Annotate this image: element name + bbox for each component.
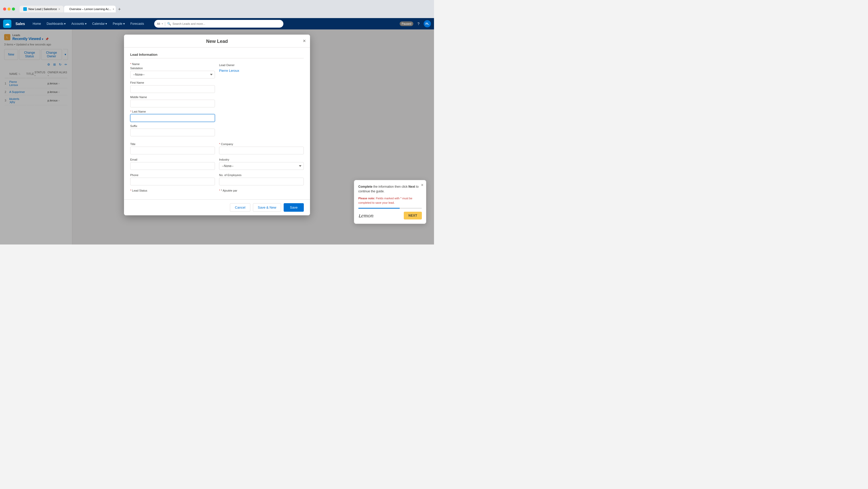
guide-popup: × Complete the information then click Ne… (354, 180, 426, 224)
industry-select[interactable]: --None-- (219, 162, 304, 170)
chevron-down-icon: ▾ (85, 22, 87, 26)
company-field: Company (219, 142, 304, 154)
tab-lemon-learning[interactable]: Overview – Lemon Learning Ac... × (64, 6, 116, 12)
modal-footer: Cancel Save & New Save (124, 199, 310, 215)
title-label: Title (130, 142, 215, 145)
industry-label: Industry (219, 158, 304, 161)
search-input[interactable] (173, 22, 281, 25)
name-field-label: Name (130, 63, 215, 66)
lead-status-label: Lead Status (130, 189, 215, 192)
guide-progress-fill (358, 208, 400, 208)
last-name-label: Last Name (130, 110, 215, 113)
title-company-row: Title Company (130, 142, 304, 154)
middle-name-label: Middle Name (130, 96, 215, 99)
guide-popup-close-button[interactable]: × (421, 183, 424, 188)
tab-label: Overview – Lemon Learning Ac... (69, 7, 111, 10)
first-name-field: First Name (130, 81, 215, 93)
first-name-label: First Name (130, 81, 215, 84)
nav-items: Home Dashboards ▾ Accounts ▾ Calendar ▾ … (30, 21, 147, 27)
new-tab-button[interactable]: + (116, 6, 122, 12)
user-avatar[interactable]: PL (424, 20, 431, 27)
modal-close-button[interactable]: × (303, 38, 306, 43)
salesforce-logo: ☁ (3, 20, 11, 28)
employees-label: No. of Employees (219, 173, 304, 176)
lemon-logo: ʟemon (358, 212, 374, 219)
window-controls (3, 7, 15, 10)
scope-chevron-icon: ▾ (162, 23, 163, 25)
global-search: All ▾ | 🔍 (154, 20, 392, 28)
save-button[interactable]: Save (284, 203, 304, 212)
save-and-new-button[interactable]: Save & New (253, 203, 281, 212)
lead-owner-section: Lead Owner Pierre Leroux (219, 63, 304, 139)
nav-calendar[interactable]: Calendar ▾ (90, 21, 110, 27)
search-icon: 🔍 (167, 22, 171, 26)
employees-input[interactable] (219, 177, 304, 185)
search-scope-label[interactable]: All (157, 22, 160, 25)
search-bar: All ▾ | 🔍 (154, 20, 283, 28)
chevron-down-icon: ▾ (123, 22, 125, 26)
form-section-title: Lead Information (130, 53, 304, 58)
suffix-input[interactable] (130, 129, 215, 136)
salutation-label: Salutation (130, 67, 215, 70)
ajoutee-par-field: * Ajoutée par (219, 189, 304, 193)
nav-home[interactable]: Home (30, 21, 44, 27)
guide-note: Please note: Fields marked with * must b… (358, 196, 422, 205)
app-name: Sales (16, 22, 25, 26)
top-navigation: ☁ Sales Home Dashboards ▾ Accounts ▾ Cal… (0, 18, 434, 29)
salesforce-app: ☁ Sales Home Dashboards ▾ Accounts ▾ Cal… (0, 18, 434, 244)
email-label: Email (130, 158, 215, 161)
nav-dashboards[interactable]: Dashboards ▾ (44, 21, 68, 27)
status-ajoutee-row: Lead Status * Ajoutée par (130, 189, 304, 193)
maximize-window-dot[interactable] (12, 7, 15, 10)
salutation-field: Salutation --None-- Mr. Ms. Mrs. Dr. Pro… (130, 67, 215, 78)
salesforce-favicon-icon (23, 7, 27, 11)
modal-title: New Lead (206, 39, 228, 44)
minimize-window-dot[interactable] (7, 7, 10, 10)
email-field: Email (130, 158, 215, 170)
ajoutee-par-label: * Ajoutée par (219, 189, 304, 192)
tab-new-lead[interactable]: New Lead | Salesforce × (20, 6, 64, 12)
main-area: L Leads Recently Viewed ▾ 📌 3 items • Up… (0, 29, 434, 244)
cancel-button[interactable]: Cancel (230, 203, 250, 212)
phone-employees-row: Phone No. of Employees (130, 173, 304, 185)
last-name-field: Last Name (130, 110, 215, 122)
guide-progress-bar-container (358, 208, 422, 208)
company-input[interactable] (219, 146, 304, 154)
lead-owner-label: Lead Owner (219, 64, 304, 67)
email-industry-row: Email Industry --None-- (130, 158, 304, 170)
lead-status-field: Lead Status (130, 189, 215, 193)
nav-people[interactable]: People ▾ (110, 21, 127, 27)
divider: | (164, 22, 165, 26)
suffix-field: Suffix (130, 125, 215, 136)
employees-field: No. of Employees (219, 173, 304, 185)
guide-instruction: Complete the information then click Next… (358, 184, 422, 194)
industry-field: Industry --None-- (219, 158, 304, 170)
modal-body: Lead Information Name Salutation --None-… (124, 47, 310, 199)
suffix-label: Suffix (130, 125, 215, 128)
nav-accounts[interactable]: Accounts ▾ (69, 21, 89, 27)
guide-next-reference: Next (408, 185, 415, 189)
paused-badge[interactable]: Paused (400, 22, 413, 26)
guide-footer: ʟemon NEXT (358, 212, 422, 220)
tab-close-icon[interactable]: × (58, 8, 60, 10)
modal-header: New Lead × (124, 35, 310, 47)
new-lead-modal: New Lead × Lead Information Name Salutat… (124, 35, 310, 215)
company-label: Company (219, 142, 304, 145)
help-icon[interactable]: ? (415, 20, 422, 27)
email-input[interactable] (130, 162, 215, 170)
tab-close-icon[interactable]: × (113, 8, 114, 10)
title-field: Title (130, 142, 215, 154)
guide-next-button[interactable]: NEXT (404, 212, 422, 220)
middle-name-input[interactable] (130, 100, 215, 107)
salutation-select[interactable]: --None-- Mr. Ms. Mrs. Dr. Prof. (130, 71, 215, 78)
last-name-input[interactable] (130, 114, 215, 122)
name-section: Name Salutation --None-- Mr. Ms. Mrs. (130, 63, 215, 139)
first-name-input[interactable] (130, 85, 215, 93)
close-window-dot[interactable] (3, 7, 6, 10)
title-input[interactable] (130, 146, 215, 154)
tab-label: New Lead | Salesforce (28, 7, 57, 10)
chevron-down-icon: ▾ (105, 22, 107, 26)
nav-forecasts[interactable]: Forecasts (128, 21, 147, 27)
lead-owner-value: Pierre Leroux (219, 68, 304, 72)
phone-input[interactable] (130, 177, 215, 185)
